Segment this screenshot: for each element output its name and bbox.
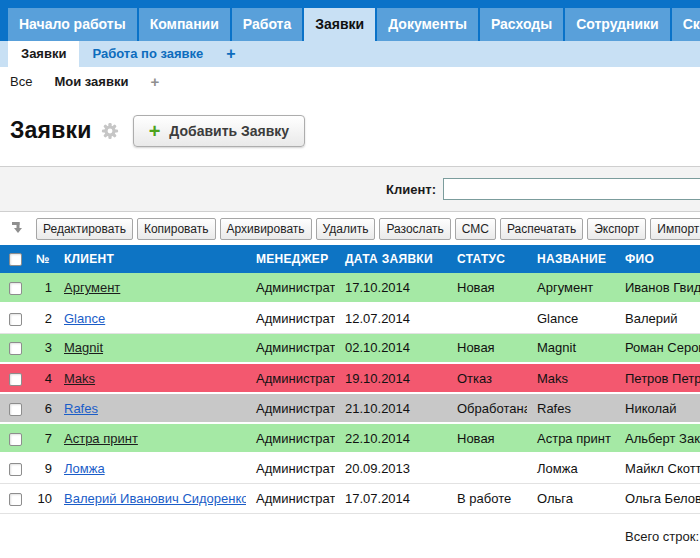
view-item[interactable]: Мои заявки	[54, 74, 128, 89]
table-row: 7Астра принтАдминистратор22.10.2014Новая…	[0, 423, 700, 453]
date-cell: 02.10.2014	[335, 333, 447, 363]
client-cell: Ломжа	[54, 453, 246, 483]
name-cell: Glance	[527, 303, 615, 333]
table-header: №КЛИЕНТМЕНЕДЖЕРДАТА ЗАЯВКИСТАТУСНАЗВАНИЕ…	[0, 245, 700, 273]
status-cell: Отказ	[447, 363, 527, 393]
toolbar-button[interactable]: Удалить	[316, 218, 376, 240]
row-number: 3	[30, 333, 54, 363]
fio-cell: Петров Петр	[615, 363, 700, 393]
status-cell	[447, 453, 527, 483]
row-checkbox[interactable]	[9, 463, 22, 476]
toolbar-button[interactable]: Архивировать	[220, 218, 312, 240]
main-tab[interactable]: Расходы	[480, 8, 563, 41]
footer: Всего строк:	[0, 514, 700, 558]
client-link[interactable]: Glance	[64, 311, 105, 326]
toolbar-button[interactable]: Распечатать	[500, 218, 583, 240]
main-tab[interactable]: Работа	[232, 8, 302, 41]
fio-cell: Иванов Гвид	[615, 273, 700, 303]
client-filter-input[interactable]	[443, 178, 700, 200]
select-all-checkbox[interactable]	[9, 253, 22, 266]
table-row: 4MaksАдминистратор19.10.2014ОтказMaksПет…	[0, 363, 700, 393]
column-header[interactable]: ФИО	[615, 245, 700, 273]
date-cell: 17.10.2014	[335, 273, 447, 303]
toolbar-button[interactable]: Копировать	[137, 218, 216, 240]
main-tab[interactable]: Начало работы	[8, 8, 137, 41]
column-header[interactable]: КЛИЕНТ	[54, 245, 246, 273]
row-checkbox[interactable]	[9, 403, 22, 416]
name-cell: Magnit	[527, 333, 615, 363]
row-checkbox[interactable]	[9, 433, 22, 446]
row-number: 2	[30, 303, 54, 333]
add-view-icon[interactable]: +	[150, 73, 159, 90]
add-request-button[interactable]: + Добавить Заявку	[133, 115, 306, 147]
date-cell: 12.07.2014	[335, 303, 447, 333]
main-tab[interactable]: Склад	[672, 8, 700, 41]
column-header[interactable]: НАЗВАНИЕ	[527, 245, 615, 273]
main-tab[interactable]: Заявки	[304, 8, 375, 41]
toolbar-button[interactable]: Импорт	[650, 218, 700, 240]
client-link[interactable]: Аргумент	[64, 280, 120, 295]
app: Начало работыКомпанииРаботаЗаявкиДокумен…	[0, 0, 700, 558]
client-link[interactable]: Magnit	[64, 340, 103, 355]
fio-cell: Майкл Скотт	[615, 453, 700, 483]
table-row: 6RafesАдминистратор21.10.2014ОбработанаR…	[0, 393, 700, 423]
client-cell: Аргумент	[54, 273, 246, 303]
row-checkbox[interactable]	[9, 313, 22, 326]
sub-tab[interactable]: Работа по заявке	[79, 41, 216, 67]
gear-icon[interactable]	[101, 122, 119, 144]
collapse-arrow-icon[interactable]	[10, 219, 25, 239]
page-title: Заявки	[10, 117, 92, 144]
total-rows-label: Всего строк:	[625, 529, 699, 544]
column-header[interactable]: №	[30, 245, 54, 273]
status-cell: Новая	[447, 273, 527, 303]
fio-cell: Николай	[615, 393, 700, 423]
status-cell: Новая	[447, 333, 527, 363]
client-link[interactable]: Maks	[64, 371, 95, 386]
client-link[interactable]: Астра принт	[64, 431, 138, 446]
row-checkbox-cell	[0, 273, 30, 303]
row-checkbox[interactable]	[9, 373, 22, 386]
toolbar-button[interactable]: СМС	[455, 218, 496, 240]
main-tab[interactable]: Компании	[139, 8, 230, 41]
client-link[interactable]: Ломжа	[64, 461, 105, 476]
row-number: 10	[30, 483, 54, 513]
row-checkbox[interactable]	[9, 282, 22, 295]
column-header[interactable]: ДАТА ЗАЯВКИ	[335, 245, 447, 273]
status-cell: Обработана	[447, 393, 527, 423]
status-cell	[447, 303, 527, 333]
client-cell: Валерий Иванович Сидоренко	[54, 483, 246, 513]
manager-cell: Администратор	[246, 453, 335, 483]
row-checkbox[interactable]	[9, 493, 22, 506]
row-checkbox-cell	[0, 453, 30, 483]
view-item[interactable]: Все	[10, 74, 32, 89]
client-cell: Rafes	[54, 393, 246, 423]
client-link[interactable]: Rafes	[64, 401, 98, 416]
column-header[interactable]: СТАТУС	[447, 245, 527, 273]
sub-tab[interactable]: Заявки	[8, 41, 79, 67]
client-link[interactable]: Валерий Иванович Сидоренко	[64, 491, 246, 506]
status-cell: В работе	[447, 483, 527, 513]
client-cell: Glance	[54, 303, 246, 333]
add-subtab-icon[interactable]: +	[216, 41, 245, 67]
toolbar-button[interactable]: Экспорт	[587, 218, 646, 240]
fio-cell: Ольга Белов	[615, 483, 700, 513]
main-nav: Начало работыКомпанииРаботаЗаявкиДокумен…	[0, 0, 700, 41]
client-filter-label: Клиент:	[386, 182, 436, 197]
name-cell: Ломжа	[527, 453, 615, 483]
row-checkbox-cell	[0, 333, 30, 363]
action-toolbar: РедактироватьКопироватьАрхивироватьУдали…	[0, 212, 700, 245]
row-checkbox[interactable]	[9, 342, 22, 355]
manager-cell: Администратор	[246, 273, 335, 303]
toolbar-button[interactable]: Редактировать	[36, 218, 133, 240]
header-checkbox-cell	[0, 245, 30, 273]
client-cell: Астра принт	[54, 423, 246, 453]
main-tab[interactable]: Сотрудники	[565, 8, 670, 41]
row-checkbox-cell	[0, 423, 30, 453]
name-cell: Ольга	[527, 483, 615, 513]
main-tab[interactable]: Документы	[377, 8, 478, 41]
table-row: 1АргументАдминистратор17.10.2014НоваяАрг…	[0, 273, 700, 303]
table-row: 9ЛомжаАдминистратор20.09.2013ЛомжаМайкл …	[0, 453, 700, 483]
column-header[interactable]: МЕНЕДЖЕР	[246, 245, 335, 273]
toolbar-button[interactable]: Разослать	[379, 218, 450, 240]
page-head: Заявки + Добавить Заявку	[0, 95, 700, 166]
